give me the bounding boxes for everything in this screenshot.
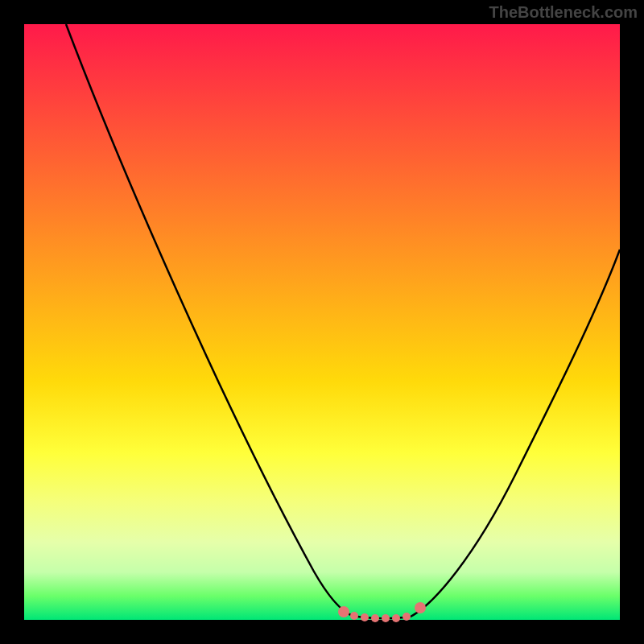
bottleneck-dot xyxy=(415,602,426,613)
bottleneck-dot xyxy=(402,613,411,621)
bottleneck-dot xyxy=(361,613,369,621)
watermark-text: TheBottleneck.com xyxy=(489,3,638,22)
bottleneck-dot xyxy=(338,606,349,617)
bottleneck-dots-container xyxy=(24,24,620,620)
bottleneck-dot xyxy=(371,614,379,622)
bottleneck-dot xyxy=(350,612,358,620)
bottleneck-dot xyxy=(392,614,400,622)
bottleneck-dot xyxy=(382,614,390,622)
